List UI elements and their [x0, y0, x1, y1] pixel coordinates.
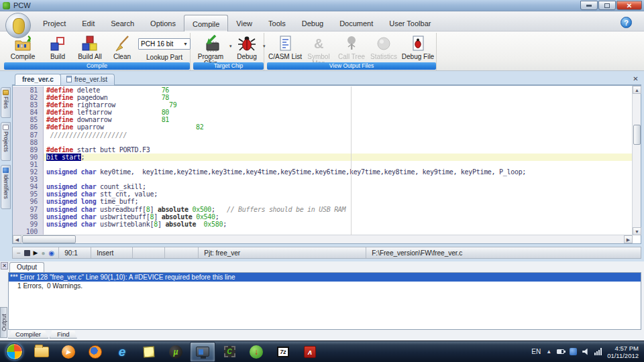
scroll-right-icon[interactable]: ▶ [624, 235, 633, 243]
code-line-92[interactable]: 92unsigned char key0time, key1time,key2t… [13, 168, 633, 176]
code-line-87[interactable]: 87 //////////////////// [13, 131, 633, 139]
code-line-81[interactable]: 81#define delete 76 [13, 86, 633, 94]
code-line-88[interactable]: 88 [13, 139, 633, 146]
code-line-85[interactable]: 85#define downarrow 81 [13, 116, 633, 123]
debug-dropdown-icon[interactable]: ▾ [263, 44, 266, 49]
help-button[interactable]: ? [621, 17, 632, 28]
horizontal-scroll-thumb[interactable] [22, 235, 76, 243]
menu-tab-debug[interactable]: Debug [294, 17, 331, 32]
scroll-up-icon[interactable]: ▲ [633, 86, 641, 94]
build-button[interactable]: Build [42, 34, 74, 60]
tab-free-ver-c[interactable]: free_ver.c [15, 74, 61, 85]
build-icon [50, 34, 66, 52]
device-family-select[interactable]: PCH 16 bit ▼ [138, 38, 191, 50]
line-number: 95 [13, 190, 44, 198]
volume-icon[interactable] [582, 349, 589, 355]
code-line-97[interactable]: 97unsigned char usbreadbuff[8] absolute … [13, 206, 633, 213]
pause-icon[interactable]: ● [41, 249, 45, 257]
code-line-86[interactable]: 86#define uparrow 82 [13, 123, 633, 131]
system-tray: EN ▲ 4:57 PM 01/11/2012 [531, 345, 644, 359]
stop-icon[interactable]: ◉ [49, 249, 55, 257]
build-all-button[interactable]: Build All [74, 34, 106, 60]
firefox-icon[interactable] [83, 342, 108, 362]
compiler-results-tab[interactable]: Compiler [8, 330, 48, 339]
language-indicator[interactable]: EN [531, 348, 541, 355]
adobe-reader-icon[interactable]: ʌ [297, 342, 323, 362]
debug-file-button[interactable]: Debug File [401, 34, 435, 60]
code-line-83[interactable]: 83#define rightarrow 79 [13, 101, 633, 109]
find-results-tab[interactable]: Find [50, 330, 76, 339]
collapse-icon[interactable]: – [17, 249, 21, 257]
lookup-part-button[interactable]: Lookup Part [136, 54, 193, 61]
error-message[interactable]: *** Error 128 "free_ver.c" Line 90(1,10)… [9, 273, 641, 282]
output-side-label: Output [0, 307, 7, 338]
menu-tab-edit[interactable]: Edit [74, 17, 103, 32]
code-line-91[interactable]: 91 [13, 161, 633, 168]
windows-explorer-icon[interactable] [29, 342, 54, 362]
seven-zip-icon[interactable]: 7z [270, 342, 296, 362]
output-close-icon[interactable]: ✕ [1, 262, 8, 269]
menu-tab-user-toolbar[interactable]: User Toolbar [381, 17, 439, 32]
line-number: 81 [13, 86, 44, 94]
code-line-99[interactable]: 99unsigned char usbwriteblank[8] absolut… [13, 221, 633, 228]
projects-icon [3, 125, 9, 130]
scroll-down-icon[interactable]: ▼ [633, 227, 641, 235]
code-line-89[interactable]: 89#define start_butt PORTD.F3 [13, 146, 633, 154]
internet-explorer-icon[interactable]: e [109, 342, 135, 362]
code-line-96[interactable]: 96unsigned long time_buff; [13, 198, 633, 205]
menu-tab-tools[interactable]: Tools [260, 17, 294, 32]
sidebar-tab-identifiers[interactable]: Identifiers [1, 165, 11, 209]
notification-app-icon[interactable] [570, 348, 577, 355]
run-icon[interactable]: ▶ [34, 249, 38, 256]
code-line-94[interactable]: 94unsigned char count_skill; [13, 183, 633, 190]
sticky-notes-icon[interactable] [136, 342, 162, 362]
output-panel: ✕ Output *** Error 128 "free_ver.c" Line… [0, 261, 644, 341]
menu-tab-view[interactable]: View [228, 17, 260, 32]
debug-file-icon [411, 34, 425, 52]
hidden-icons-icon[interactable]: ▲ [546, 349, 551, 355]
battery-icon[interactable] [557, 349, 564, 354]
code-line-90[interactable]: 90bit start; [13, 154, 633, 161]
menu-tab-options[interactable]: Options [142, 17, 184, 32]
minimize-button[interactable] [580, 1, 598, 10]
utorrent-icon[interactable]: µ [163, 342, 189, 362]
code-line-93[interactable]: 93 [13, 176, 633, 183]
line-number: 96 [13, 198, 44, 205]
vertical-scroll-thumb[interactable] [633, 125, 641, 145]
code-line-98[interactable]: 98unsigned char usbwritebuff[8] absolute… [13, 213, 633, 221]
maximize-button[interactable] [598, 1, 616, 10]
horizontal-scrollbar[interactable]: ◀ ▶ [13, 235, 633, 243]
tab-free-ver-lst[interactable]: free_ver.lst [59, 74, 115, 85]
media-player-icon[interactable]: ▶ [56, 342, 81, 362]
download-manager-icon[interactable]: ↓ [244, 342, 269, 362]
c-asm-list-button[interactable]: C/ASM List [268, 34, 302, 60]
sidebar-tab-projects[interactable]: Projects [1, 122, 11, 161]
clean-button[interactable]: Clean [106, 34, 138, 60]
chip-programmer-icon[interactable]: C [217, 342, 242, 362]
menu-tab-compile[interactable]: Compile [184, 15, 228, 32]
compiler-messages[interactable]: *** Error 128 "free_ver.c" Line 90(1,10)… [8, 272, 641, 330]
sidebar-tab-files[interactable]: Files [1, 87, 11, 118]
code-line-84[interactable]: 84#define leftarrow 80 [13, 109, 633, 116]
menu-tab-document[interactable]: Document [331, 17, 381, 32]
network-signal-icon[interactable] [594, 348, 602, 355]
scroll-left-icon[interactable]: ◀ [13, 235, 21, 243]
application-menu-button[interactable] [5, 13, 31, 38]
debug-button[interactable]: Debug ▾ [231, 34, 263, 60]
editor-close-icon[interactable]: ✕ [631, 74, 640, 83]
code-line-82[interactable]: 82#define pagedown 78 [13, 94, 633, 101]
pcw-window-icon[interactable] [190, 342, 215, 362]
compile-button[interactable]: Compile [7, 34, 39, 60]
code-line-95[interactable]: 95unsigned char stt_cnt, value; [13, 190, 633, 198]
vertical-scrollbar[interactable]: ▲ ▼ [632, 86, 641, 235]
debug-bug-icon [237, 34, 256, 52]
code-editor[interactable]: 81#define delete 7682#define pagedown 78… [12, 85, 641, 244]
close-button[interactable]: ✕ [616, 1, 642, 10]
start-button-icon[interactable] [1, 342, 28, 362]
bookmark-icon[interactable] [24, 250, 30, 256]
menu-tab-project[interactable]: Project [35, 17, 74, 32]
clock[interactable]: 4:57 PM 01/11/2012 [607, 345, 639, 359]
menu-tab-search[interactable]: Search [103, 17, 142, 32]
output-tab[interactable]: Output [9, 262, 44, 272]
svg-text:&: & [314, 36, 323, 51]
